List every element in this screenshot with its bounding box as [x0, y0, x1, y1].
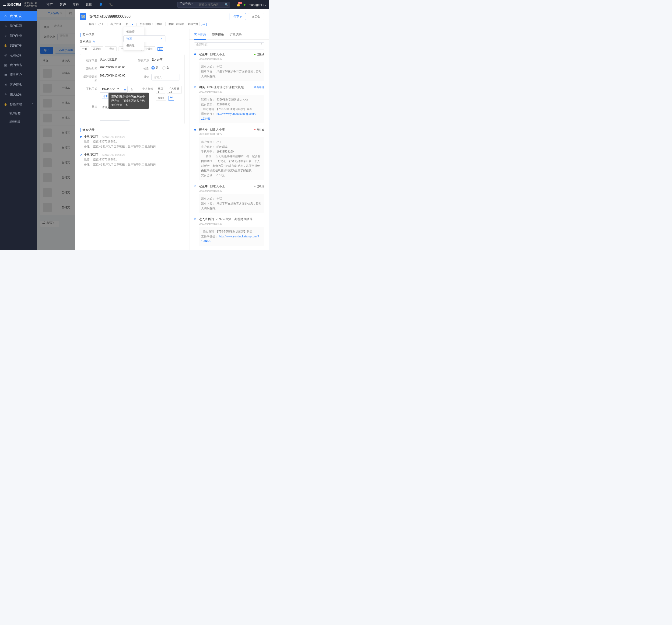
sidebar-item-orders[interactable]: ✋我的订单: [0, 41, 37, 50]
friend-source-label: 好友来源: [135, 58, 151, 62]
arrow-icon: ⇲: [4, 83, 7, 86]
last-chat-value: 2021/09/10 12:00:00: [100, 74, 130, 77]
refresh-icon: ⟳: [4, 15, 7, 18]
nickname: 小王: [98, 22, 104, 26]
search-type-select[interactable]: 手机号码 ▾: [177, 2, 197, 8]
check-icon: ✓: [160, 37, 162, 40]
sex-label: 性别: [135, 66, 151, 71]
group-tag[interactable]: 群聊一群大群: [167, 22, 185, 26]
search-group: 手机号码 ▾ 🔍: [177, 2, 228, 8]
group-tag[interactable]: 群聊六群: [187, 22, 200, 26]
source-label: 获客来源: [83, 58, 100, 62]
phone-lookup-icon[interactable]: ⊞: [122, 87, 128, 92]
sidebar-sub-group-tags[interactable]: 群聊标签: [0, 118, 37, 126]
sidebar-item-friends[interactable]: ⟳我的好友: [0, 11, 37, 21]
ptag[interactable]: 个人标签12: [167, 86, 182, 94]
sidebar-item-calllog[interactable]: ✆电话记录: [0, 50, 37, 60]
personal-tags-label: 个人标签: [139, 86, 155, 91]
sidebar: ⟳我的好友 ☺我的群聊 ▿我的学员 ✋我的订单 ✆电话记录 ▣我的商品 ⇄流失客…: [0, 9, 37, 250]
dd-item-1[interactable]: 张三✓: [123, 35, 165, 42]
edit-tags-icon[interactable]: ✎: [93, 40, 95, 43]
customer-tag[interactable]: 中意向: [144, 46, 155, 51]
user-icon[interactable]: 👤: [99, 3, 103, 7]
timeline-item: 进入直播间759-59班第三期理财直播课2021/01/30 01:38:27通…: [194, 217, 264, 250]
topbar: ☁ 云朵CRM 教育机构一站式服务云平台 推广 客户 质检 数据 👤 📞 手机号…: [0, 0, 269, 9]
rtab-chat[interactable]: 聊天记录: [212, 33, 224, 40]
status-dot: [244, 4, 245, 6]
mod-item: 小王 更新了2021/01/30 01:38:27微信： 空值-13672182…: [80, 153, 185, 167]
sidebar-item-goods[interactable]: ▣我的商品: [0, 60, 37, 70]
phone-copy-icon[interactable]: ⎘: [129, 87, 134, 92]
phone-tooltip: 查询到此手机号码在系统中已存在，可以将两条客户数据合并为一条: [109, 93, 149, 109]
nav-data[interactable]: 数据: [86, 3, 92, 7]
rtab-orders[interactable]: 订单记录: [230, 33, 242, 40]
last-chat-label: 最近聊天时间: [83, 74, 100, 83]
filter-icon: ▿: [4, 34, 7, 38]
add-time-label: 添加时间: [83, 66, 100, 71]
dd-item-2[interactable]: 俱保咏: [123, 42, 144, 49]
wechat-label: 微信: [135, 74, 151, 79]
activity-filter-select[interactable]: 全部动态▾: [194, 43, 264, 49]
cloud-icon: ☁: [3, 3, 6, 6]
source-value: 线上-北京昱新: [100, 58, 130, 61]
nav-qc[interactable]: 质检: [73, 3, 79, 7]
proxy-order-button[interactable]: 代下单: [230, 13, 246, 20]
search-icon[interactable]: 🔍: [225, 3, 229, 6]
phone-icon: ✆: [4, 54, 7, 57]
add-time-value: 2021/09/10 12:00:00: [100, 66, 130, 69]
panel-title: 微信名称6789990000966: [89, 14, 131, 19]
customer-tag[interactable]: 中意向: [105, 46, 117, 51]
sidebar-item-lost[interactable]: ⇄流失客户: [0, 70, 37, 80]
sidebar-item-students[interactable]: ▿我的学员: [0, 31, 37, 41]
modify-log-title: 修改记录: [80, 128, 185, 132]
manager-label: 客户经理：: [111, 22, 124, 26]
sex-female-radio[interactable]: 女: [162, 66, 169, 70]
manager-select[interactable]: 张三 ▴: [126, 22, 133, 26]
tags-more[interactable]: +4: [157, 47, 163, 51]
sidebar-item-tags[interactable]: ✋标签管理⌃: [0, 99, 37, 109]
timeline-item: 购买4399理财课进阶课程大礼包查看详情2021/01/30 01:38:27课…: [194, 85, 264, 128]
ptag-more[interactable]: +4: [168, 96, 174, 101]
groups-more[interactable]: +4: [201, 23, 207, 26]
dd-item-0[interactable]: 师馨薇: [123, 28, 144, 35]
remark-label: 备注: [83, 104, 100, 109]
customer-tag[interactable]: 高意向: [91, 46, 103, 51]
sidebar-item-delete[interactable]: ✎删人记录: [0, 90, 37, 99]
rtab-activity[interactable]: 客户动态: [194, 33, 206, 40]
groups-label: 所在群聊：: [140, 22, 154, 26]
friend-source-value: 名片分享: [151, 58, 182, 61]
wechat-input[interactable]: [151, 74, 179, 80]
phone-icon[interactable]: 📞: [109, 3, 113, 7]
timeline-item: 定金单创建人小王已完成2020/01/30 01:38:27跟单方式：电话跟单内…: [194, 52, 264, 85]
customer-tag[interactable]: 一般: [80, 46, 89, 51]
sidebar-item-inherit[interactable]: ⇲客户继承: [0, 80, 37, 90]
swap-icon: ⇄: [4, 73, 7, 77]
group-tag[interactable]: 群聊三: [155, 22, 166, 26]
sex-male-radio[interactable]: 男: [151, 66, 159, 70]
sidebar-sub-customer-tags[interactable]: 客户标签: [0, 109, 37, 118]
nickname-label: 昵称：: [89, 22, 97, 26]
tags-label: 客户标签: [80, 40, 91, 44]
view-detail-link[interactable]: 查看详情: [254, 85, 264, 89]
top-nav: 推广 客户 质检 数据 👤 📞: [46, 3, 113, 7]
sidebar-item-groups[interactable]: ☺我的群聊: [0, 21, 37, 31]
timeline-item: 定金单创建人小王已取消2020/01/30 01:38:27跟单方式：电话跟单内…: [194, 184, 264, 217]
username[interactable]: manager11 ▾: [249, 3, 266, 6]
ptag[interactable]: 标签1: [155, 86, 165, 94]
nav-customer[interactable]: 客户: [59, 3, 66, 7]
phone-label: 手机号码: [83, 86, 100, 93]
manager-dropdown: 师馨薇 张三✓ 俱保咏: [123, 27, 144, 50]
customer-detail-panel: 🏢 微信名称6789990000966 代下单 交定金 昵称：小王 | 客户经理…: [75, 9, 269, 250]
hand-icon: ✋: [4, 103, 7, 106]
building-icon: 🏢: [80, 13, 86, 20]
bell-icon[interactable]: 🔔: [237, 3, 240, 6]
deposit-button[interactable]: 交定金: [248, 13, 264, 20]
nav-promo[interactable]: 推广: [46, 3, 53, 7]
hand-icon: ✋: [4, 44, 7, 47]
device-icon[interactable]: ▯: [232, 3, 233, 6]
smile-icon: ☺: [4, 24, 7, 28]
main: ☰ 个人活码✕ 我 项目请选择 运营期次请选择 导出 不加密导出 头像微信名 自…: [37, 9, 269, 250]
ptag[interactable]: 标签1: [155, 96, 166, 101]
logo: ☁ 云朵CRM 教育机构一站式服务云平台: [3, 2, 37, 7]
box-icon: ▣: [4, 64, 7, 67]
